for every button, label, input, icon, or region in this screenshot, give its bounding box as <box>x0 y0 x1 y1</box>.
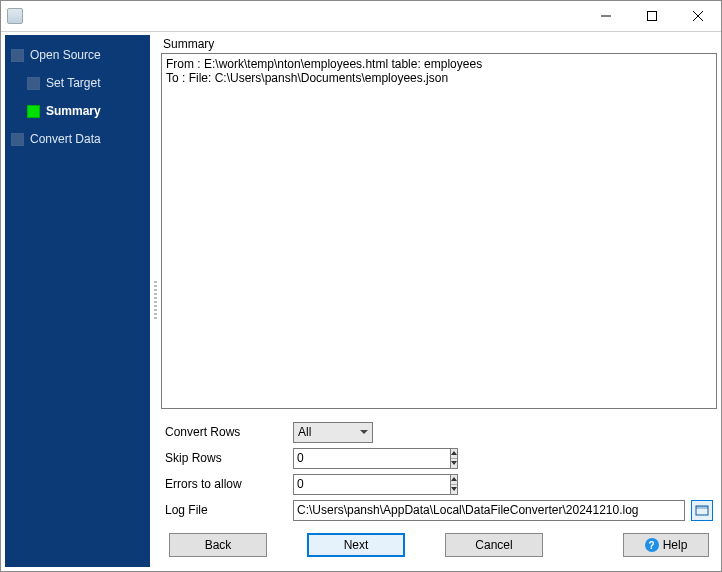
sidebar-item-label: Summary <box>46 104 101 118</box>
sidebar-item-convert-data[interactable]: Convert Data <box>5 125 150 153</box>
log-file-browse-button[interactable] <box>691 500 713 521</box>
wizard-button-bar: Back Next Cancel ? Help <box>161 525 717 567</box>
step-marker-icon <box>11 49 24 62</box>
help-button[interactable]: ? Help <box>623 533 709 557</box>
convert-rows-label: Convert Rows <box>165 425 293 439</box>
button-label: Help <box>663 538 688 552</box>
splitter[interactable] <box>154 35 157 567</box>
row-log-file: Log File <box>165 497 713 523</box>
step-marker-icon <box>27 77 40 90</box>
summary-text[interactable]: From : E:\work\temp\nton\employees.html … <box>161 53 717 409</box>
skip-rows-down-button[interactable] <box>451 458 457 468</box>
triangle-up-icon <box>451 451 457 455</box>
skip-rows-stepper[interactable] <box>293 448 373 469</box>
options-form: Convert Rows All Skip Rows <box>161 409 717 525</box>
errors-down-button[interactable] <box>451 484 457 494</box>
log-file-input[interactable] <box>293 500 685 521</box>
row-skip-rows: Skip Rows <box>165 445 713 471</box>
maximize-button[interactable] <box>629 1 675 31</box>
wizard-sidebar: Open Source Set Target Summary Convert D… <box>5 35 150 567</box>
sidebar-item-summary[interactable]: Summary <box>5 97 150 125</box>
chevron-down-icon <box>360 430 368 434</box>
main-panel: Summary From : E:\work\temp\nton\employe… <box>161 35 717 567</box>
svg-rect-1 <box>648 12 657 21</box>
skip-rows-up-button[interactable] <box>451 449 457 458</box>
row-convert-rows: Convert Rows All <box>165 419 713 445</box>
button-label: Cancel <box>475 538 512 552</box>
sidebar-item-label: Set Target <box>46 76 100 90</box>
svg-rect-5 <box>696 506 708 509</box>
sidebar-item-label: Open Source <box>30 48 101 62</box>
row-errors-allow: Errors to allow <box>165 471 713 497</box>
close-button[interactable] <box>675 1 721 31</box>
triangle-up-icon <box>451 477 457 481</box>
skip-rows-label: Skip Rows <box>165 451 293 465</box>
triangle-down-icon <box>451 487 457 491</box>
cancel-button[interactable]: Cancel <box>445 533 543 557</box>
sidebar-item-label: Convert Data <box>30 132 101 146</box>
app-icon <box>7 8 23 24</box>
open-file-icon <box>695 504 709 516</box>
step-marker-icon <box>11 133 24 146</box>
errors-input[interactable] <box>293 474 450 495</box>
log-file-label: Log File <box>165 503 293 517</box>
window-controls <box>583 1 721 31</box>
convert-rows-select[interactable]: All <box>293 422 373 443</box>
sidebar-item-set-target[interactable]: Set Target <box>5 69 150 97</box>
titlebar <box>1 1 721 31</box>
skip-rows-input[interactable] <box>293 448 450 469</box>
button-label: Next <box>344 538 369 552</box>
app-window: Open Source Set Target Summary Convert D… <box>0 0 722 572</box>
work-area: Open Source Set Target Summary Convert D… <box>1 31 721 571</box>
back-button[interactable]: Back <box>169 533 267 557</box>
errors-label: Errors to allow <box>165 477 293 491</box>
help-icon: ? <box>645 538 659 552</box>
next-button[interactable]: Next <box>307 533 405 557</box>
errors-up-button[interactable] <box>451 475 457 484</box>
summary-heading: Summary <box>161 35 717 53</box>
convert-rows-value: All <box>298 425 311 439</box>
step-marker-icon <box>27 105 40 118</box>
errors-stepper[interactable] <box>293 474 373 495</box>
button-label: Back <box>205 538 232 552</box>
sidebar-item-open-source[interactable]: Open Source <box>5 41 150 69</box>
triangle-down-icon <box>451 461 457 465</box>
minimize-button[interactable] <box>583 1 629 31</box>
